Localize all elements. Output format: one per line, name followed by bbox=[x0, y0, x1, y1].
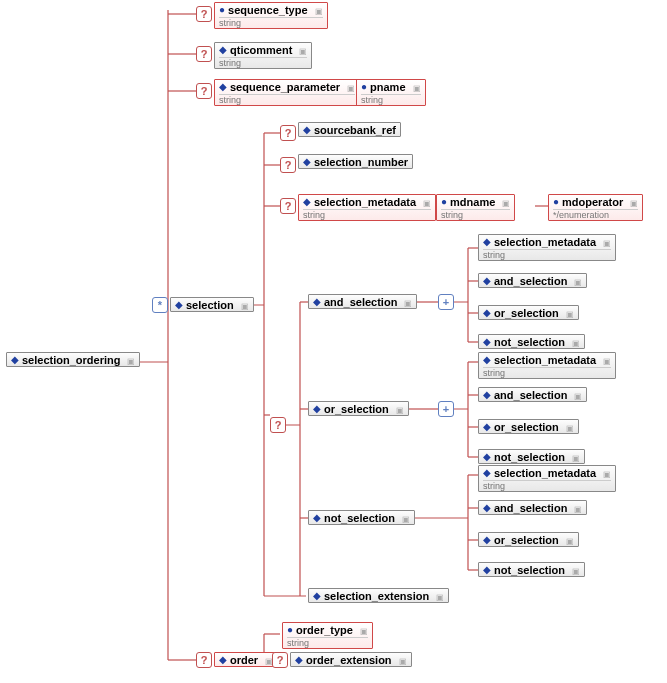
repeat-joint[interactable]: * bbox=[152, 297, 168, 313]
node-and-sm[interactable]: ◆selection_metadata▣ string bbox=[478, 234, 616, 261]
node-and-selection[interactable]: ◆and_selection▣ bbox=[308, 294, 417, 309]
node-qticomment[interactable]: ◆qticomment▣ string bbox=[214, 42, 312, 69]
optional-joint[interactable]: ? bbox=[280, 198, 296, 214]
optional-joint[interactable]: ? bbox=[280, 125, 296, 141]
optional-joint[interactable]: ? bbox=[196, 6, 212, 22]
node-mdoperator[interactable]: ●mdoperator▣ */enumeration bbox=[548, 194, 643, 221]
node-or-sm[interactable]: ◆selection_metadata▣ string bbox=[478, 352, 616, 379]
node-not-or[interactable]: ◆or_selection▣ bbox=[478, 532, 579, 547]
node-and-not[interactable]: ◆not_selection▣ bbox=[478, 334, 585, 349]
plus-joint[interactable]: + bbox=[438, 401, 454, 417]
node-selection-number[interactable]: ◆selection_number bbox=[298, 154, 413, 169]
diamond-icon: ◆ bbox=[11, 355, 19, 365]
optional-joint[interactable]: ? bbox=[270, 417, 286, 433]
node-or-selection[interactable]: ◆or_selection▣ bbox=[308, 401, 409, 416]
node-sourcebank-ref[interactable]: ◆sourcebank_ref bbox=[298, 122, 401, 137]
node-label: selection_ordering bbox=[22, 354, 120, 366]
node-mdname[interactable]: ●mdname▣ string bbox=[436, 194, 515, 221]
node-not-and[interactable]: ◆and_selection▣ bbox=[478, 500, 587, 515]
optional-joint[interactable]: ? bbox=[196, 46, 212, 62]
optional-joint[interactable]: ? bbox=[196, 652, 212, 668]
node-not-not[interactable]: ◆not_selection▣ bbox=[478, 562, 585, 577]
node-order-extension[interactable]: ◆order_extension▣ bbox=[290, 652, 412, 667]
node-pname[interactable]: ●pname▣ string bbox=[356, 79, 426, 106]
expand-icon: ▣ bbox=[127, 357, 135, 366]
node-order[interactable]: ◆order▣ bbox=[214, 652, 278, 667]
node-or-and[interactable]: ◆and_selection▣ bbox=[478, 387, 587, 402]
node-order-type[interactable]: ●order_type▣ string bbox=[282, 622, 373, 649]
node-selection-ordering[interactable]: ◆ selection_ordering ▣ bbox=[6, 352, 140, 367]
optional-joint[interactable]: ? bbox=[272, 652, 288, 668]
optional-joint[interactable]: ? bbox=[196, 83, 212, 99]
node-and-and[interactable]: ◆and_selection▣ bbox=[478, 273, 587, 288]
node-not-sm[interactable]: ◆selection_metadata▣ string bbox=[478, 465, 616, 492]
node-or-or[interactable]: ◆or_selection▣ bbox=[478, 419, 579, 434]
optional-joint[interactable]: ? bbox=[280, 157, 296, 173]
node-selection-metadata[interactable]: ◆selection_metadata▣ string bbox=[298, 194, 436, 221]
node-sequence-parameter[interactable]: ◆sequence_parameter▣ string bbox=[214, 79, 360, 106]
node-not-selection[interactable]: ◆not_selection▣ bbox=[308, 510, 415, 525]
dot-icon: ● bbox=[219, 5, 225, 15]
node-selection[interactable]: ◆selection▣ bbox=[170, 297, 254, 312]
node-or-not[interactable]: ◆not_selection▣ bbox=[478, 449, 585, 464]
node-and-or[interactable]: ◆or_selection▣ bbox=[478, 305, 579, 320]
plus-joint[interactable]: + bbox=[438, 294, 454, 310]
node-sequence-type[interactable]: ● sequence_type ▣ string bbox=[214, 2, 328, 29]
node-selection-extension[interactable]: ◆selection_extension▣ bbox=[308, 588, 449, 603]
